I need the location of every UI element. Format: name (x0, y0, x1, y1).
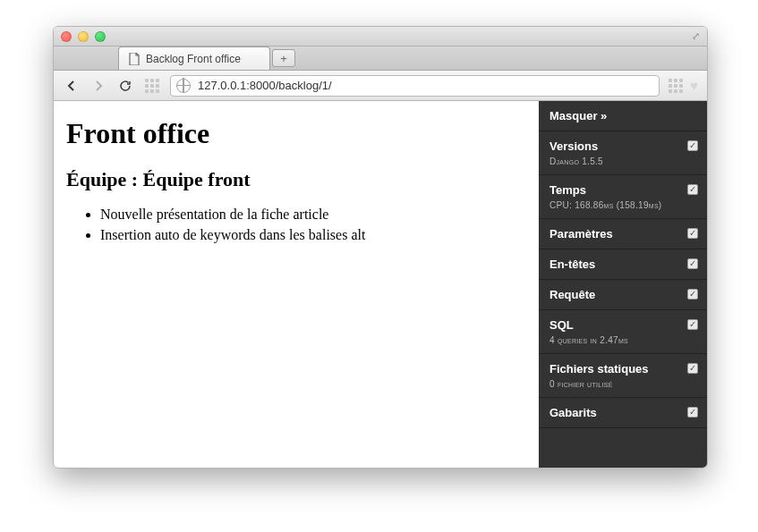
list-item: Nouvelle présentation de la fiche articl… (100, 206, 526, 224)
list-item: Insertion auto de keywords dans les bali… (100, 226, 526, 245)
page-title: Front office (66, 117, 526, 150)
panel-checkbox[interactable] (687, 228, 698, 239)
page-subtitle: Équipe : Équipe front (66, 168, 526, 191)
close-window-button[interactable] (61, 31, 72, 42)
zoom-window-button[interactable] (95, 31, 106, 42)
panel-title: SQL (549, 318, 696, 332)
panel-checkbox[interactable] (687, 140, 698, 151)
expand-icon[interactable]: ⤢ (692, 30, 700, 42)
django-debug-toolbar: Masquer » Versions Django 1.5.5 Temps CP… (539, 101, 707, 468)
panel-checkbox[interactable] (687, 289, 698, 300)
backlog-list: Nouvelle présentation de la fiche articl… (100, 206, 526, 245)
reload-button[interactable] (116, 77, 134, 95)
panel-subtitle: Django 1.5.5 (549, 156, 696, 166)
new-tab-button[interactable]: + (272, 49, 295, 67)
toolbar-right: ♥ (669, 78, 698, 93)
panel-title: Gabarits (549, 406, 696, 419)
apps-icon[interactable] (669, 79, 683, 93)
debug-panel-staticfiles[interactable]: Fichiers statiques 0 fichier utilisé (539, 354, 707, 398)
window-controls (61, 31, 106, 42)
debug-panel-versions[interactable]: Versions Django 1.5.5 (539, 131, 707, 175)
back-button[interactable] (63, 77, 81, 95)
forward-button[interactable] (89, 77, 107, 95)
hide-label: Masquer » (549, 109, 696, 122)
panel-checkbox[interactable] (687, 363, 698, 374)
debug-panel-templates[interactable]: Gabarits (539, 398, 707, 428)
tab-strip: Backlog Front office + (54, 46, 707, 71)
debug-panel-sql[interactable]: SQL 4 queries in 2.47ms (539, 310, 707, 354)
panel-subtitle: CPU: 168.86ms (158.19ms) (549, 200, 696, 210)
panel-checkbox[interactable] (687, 258, 698, 269)
panel-title: Requête (549, 288, 696, 301)
speed-dial-button[interactable] (143, 77, 161, 95)
panel-checkbox[interactable] (687, 407, 698, 418)
heart-icon[interactable]: ♥ (690, 78, 698, 93)
browser-window: ⤢ Backlog Front office + (53, 26, 708, 469)
toolbar: 127.0.0.1:8000/backlog/1/ ♥ (54, 71, 707, 101)
debug-panel-request[interactable]: Requête (539, 280, 707, 310)
debug-panel-time[interactable]: Temps CPU: 168.86ms (158.19ms) (539, 175, 707, 219)
debug-panel-headers[interactable]: En-têtes (539, 249, 707, 280)
debug-panel-settings[interactable]: Paramètres (539, 219, 707, 249)
panel-title: En-têtes (549, 258, 696, 271)
url-text: 127.0.0.1:8000/backlog/1/ (198, 79, 332, 92)
content-area: Front office Équipe : Équipe front Nouve… (54, 101, 707, 468)
document-icon (128, 53, 141, 65)
tab-title: Backlog Front office (146, 53, 241, 65)
page-body: Front office Équipe : Équipe front Nouve… (54, 101, 539, 468)
panel-checkbox[interactable] (687, 319, 698, 330)
debug-hide-button[interactable]: Masquer » (539, 101, 707, 131)
minimize-window-button[interactable] (78, 31, 89, 42)
grid-icon (145, 79, 159, 93)
panel-title: Fichiers statiques (549, 362, 696, 376)
panel-title: Temps (549, 183, 696, 197)
panel-subtitle: 0 fichier utilisé (549, 379, 696, 389)
panel-subtitle: 4 queries in 2.47ms (549, 335, 696, 345)
address-bar[interactable]: 127.0.0.1:8000/backlog/1/ (170, 75, 660, 97)
globe-icon (176, 79, 191, 93)
panel-title: Paramètres (549, 227, 696, 241)
panel-title: Versions (549, 139, 696, 153)
window-titlebar: ⤢ (54, 27, 707, 46)
panel-checkbox[interactable] (687, 184, 698, 195)
browser-tab-active[interactable]: Backlog Front office (118, 46, 270, 70)
